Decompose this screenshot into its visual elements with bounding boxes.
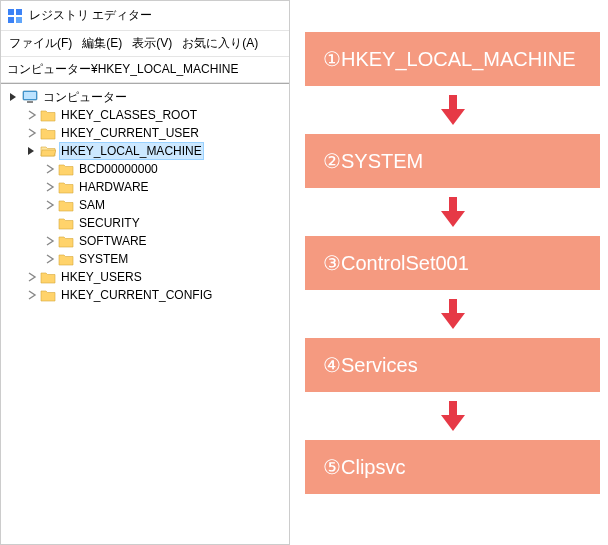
tree-item-hku[interactable]: HKEY_USERS (3, 268, 287, 286)
folder-icon (58, 216, 74, 230)
expander-icon[interactable] (25, 108, 39, 122)
window-title: レジストリ エディター (29, 7, 152, 24)
tree-item-hkcc[interactable]: HKEY_CURRENT_CONFIG (3, 286, 287, 304)
expander-icon[interactable] (43, 234, 57, 248)
tree-item-system[interactable]: SYSTEM (3, 250, 287, 268)
tree-label: SECURITY (77, 214, 142, 232)
folder-icon (58, 198, 74, 212)
addressbar-path: コンピューター¥HKEY_LOCAL_MACHINE (7, 62, 238, 76)
computer-icon (22, 90, 38, 104)
tree-label: HARDWARE (77, 178, 151, 196)
folder-icon (58, 180, 74, 194)
regedit-window: レジストリ エディター ファイル(F) 編集(E) 表示(V) お気に入り(A)… (0, 0, 290, 545)
tree-item-hkcr[interactable]: HKEY_CLASSES_ROOT (3, 106, 287, 124)
svg-rect-6 (27, 101, 33, 103)
menu-edit[interactable]: 編集(E) (82, 35, 122, 52)
folder-icon (58, 162, 74, 176)
regedit-app-icon (7, 8, 23, 24)
expander-icon[interactable] (43, 252, 57, 266)
flow-diagram: ①HKEY_LOCAL_MACHINE ②SYSTEM ③ControlSet0… (305, 32, 600, 494)
tree-item-hklm[interactable]: HKEY_LOCAL_MACHINE (3, 142, 287, 160)
tree-pane[interactable]: コンピューター HKEY_CLASSES_ROOT HKEY_CURRENT_U… (1, 83, 289, 544)
flow-arrow (305, 290, 600, 338)
folder-open-icon (40, 144, 56, 158)
folder-icon (40, 126, 56, 140)
expander-icon[interactable] (25, 288, 39, 302)
tree-label: HKEY_CURRENT_USER (59, 124, 201, 142)
menu-favorites[interactable]: お気に入り(A) (182, 35, 258, 52)
tree-label: HKEY_USERS (59, 268, 144, 286)
menu-file[interactable]: ファイル(F) (9, 35, 72, 52)
tree-label: HKEY_CURRENT_CONFIG (59, 286, 214, 304)
expander-icon[interactable] (43, 162, 57, 176)
menubar: ファイル(F) 編集(E) 表示(V) お気に入り(A) (1, 31, 289, 57)
flow-step-5: ⑤Clipsvc (305, 440, 600, 494)
tree-item-bcd[interactable]: BCD00000000 (3, 160, 287, 178)
tree-label: HKEY_CLASSES_ROOT (59, 106, 199, 124)
flow-arrow (305, 188, 600, 236)
svg-rect-1 (16, 9, 22, 15)
tree-label: SOFTWARE (77, 232, 149, 250)
tree-label: SAM (77, 196, 107, 214)
tree-label: BCD00000000 (77, 160, 160, 178)
folder-icon (40, 288, 56, 302)
svg-rect-5 (24, 92, 36, 99)
tree-item-security[interactable]: · SECURITY (3, 214, 287, 232)
titlebar: レジストリ エディター (1, 1, 289, 31)
folder-icon (40, 270, 56, 284)
flow-step-label: ②SYSTEM (323, 149, 423, 173)
folder-icon (58, 234, 74, 248)
folder-icon (40, 108, 56, 122)
expander-icon[interactable] (7, 90, 21, 104)
tree-item-hkcu[interactable]: HKEY_CURRENT_USER (3, 124, 287, 142)
tree-label: SYSTEM (77, 250, 130, 268)
flow-step-3: ③ControlSet001 (305, 236, 600, 290)
expander-icon[interactable] (25, 270, 39, 284)
flow-arrow (305, 392, 600, 440)
expander-icon[interactable] (43, 198, 57, 212)
flow-step-label: ④Services (323, 353, 418, 377)
svg-rect-3 (16, 17, 22, 23)
flow-step-label: ①HKEY_LOCAL_MACHINE (323, 47, 576, 71)
flow-step-2: ②SYSTEM (305, 134, 600, 188)
tree-label-selected: HKEY_LOCAL_MACHINE (59, 142, 204, 160)
tree-item-hardware[interactable]: HARDWARE (3, 178, 287, 196)
expander-icon[interactable] (25, 126, 39, 140)
flow-step-1: ①HKEY_LOCAL_MACHINE (305, 32, 600, 86)
flow-arrow (305, 86, 600, 134)
flow-step-4: ④Services (305, 338, 600, 392)
expander-icon[interactable] (25, 144, 39, 158)
flow-step-label: ⑤Clipsvc (323, 455, 405, 479)
addressbar[interactable]: コンピューター¥HKEY_LOCAL_MACHINE (1, 57, 289, 83)
tree-root[interactable]: コンピューター (3, 88, 287, 106)
menu-view[interactable]: 表示(V) (132, 35, 172, 52)
folder-icon (58, 252, 74, 266)
tree-item-sam[interactable]: SAM (3, 196, 287, 214)
svg-rect-2 (8, 17, 14, 23)
tree-item-software[interactable]: SOFTWARE (3, 232, 287, 250)
tree-root-label: コンピューター (41, 88, 129, 106)
expander-icon[interactable] (43, 180, 57, 194)
svg-rect-0 (8, 9, 14, 15)
flow-step-label: ③ControlSet001 (323, 251, 469, 275)
